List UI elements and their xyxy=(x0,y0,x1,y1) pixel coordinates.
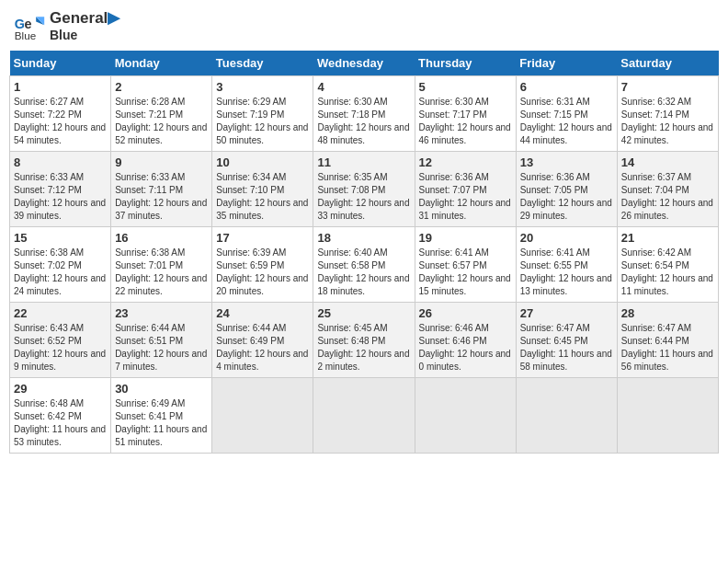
daylight: Daylight: 11 hours and 51 minutes. xyxy=(115,423,208,449)
calendar-day-header: Sunday xyxy=(10,51,111,76)
day-info: Sunrise: 6:43 AM Sunset: 6:52 PM Dayligh… xyxy=(14,322,107,373)
svg-text:e: e xyxy=(25,16,32,30)
day-info: Sunrise: 6:40 AM Sunset: 6:58 PM Dayligh… xyxy=(317,247,410,298)
calendar-cell: 16 Sunrise: 6:38 AM Sunset: 7:01 PM Dayl… xyxy=(111,227,212,303)
day-number: 24 xyxy=(216,306,309,320)
calendar-week-row: 22 Sunrise: 6:43 AM Sunset: 6:52 PM Dayl… xyxy=(10,303,719,378)
calendar-cell xyxy=(415,378,516,454)
day-number: 10 xyxy=(216,155,309,169)
sunset: Sunset: 6:54 PM xyxy=(621,259,714,272)
daylight: Daylight: 12 hours and 48 minutes. xyxy=(317,121,410,147)
sunset: Sunset: 7:02 PM xyxy=(14,259,107,272)
daylight: Daylight: 12 hours and 29 minutes. xyxy=(520,197,613,223)
day-info: Sunrise: 6:36 AM Sunset: 7:05 PM Dayligh… xyxy=(520,171,613,223)
day-number: 28 xyxy=(621,306,714,320)
sunset: Sunset: 7:01 PM xyxy=(115,259,208,272)
day-info: Sunrise: 6:34 AM Sunset: 7:10 PM Dayligh… xyxy=(216,171,309,223)
logo-text: General▶ Blue xyxy=(50,9,119,43)
calendar-cell: 6 Sunrise: 6:31 AM Sunset: 7:15 PM Dayli… xyxy=(516,76,617,152)
daylight: Daylight: 12 hours and 18 minutes. xyxy=(317,272,410,298)
sunrise: Sunrise: 6:47 AM xyxy=(621,322,714,335)
daylight: Daylight: 12 hours and 37 minutes. xyxy=(115,197,208,223)
day-info: Sunrise: 6:29 AM Sunset: 7:19 PM Dayligh… xyxy=(216,96,309,147)
sunset: Sunset: 7:12 PM xyxy=(14,184,107,197)
sunrise: Sunrise: 6:27 AM xyxy=(14,96,107,109)
sunrise: Sunrise: 6:35 AM xyxy=(317,171,410,184)
day-info: Sunrise: 6:27 AM Sunset: 7:22 PM Dayligh… xyxy=(14,96,107,147)
day-number: 20 xyxy=(520,231,613,245)
daylight: Daylight: 12 hours and 0 minutes. xyxy=(419,348,512,373)
calendar-cell: 11 Sunrise: 6:35 AM Sunset: 7:08 PM Dayl… xyxy=(313,152,415,227)
calendar-cell: 19 Sunrise: 6:41 AM Sunset: 6:57 PM Dayl… xyxy=(415,227,516,303)
calendar-body: 1 Sunrise: 6:27 AM Sunset: 7:22 PM Dayli… xyxy=(10,76,719,454)
sunrise: Sunrise: 6:36 AM xyxy=(419,171,512,184)
day-info: Sunrise: 6:35 AM Sunset: 7:08 PM Dayligh… xyxy=(317,171,410,223)
day-info: Sunrise: 6:38 AM Sunset: 7:02 PM Dayligh… xyxy=(14,247,107,298)
calendar-day-header: Monday xyxy=(111,51,212,76)
day-number: 16 xyxy=(115,231,208,245)
day-number: 21 xyxy=(621,231,714,245)
sunset: Sunset: 7:19 PM xyxy=(216,109,309,121)
calendar-cell: 17 Sunrise: 6:39 AM Sunset: 6:59 PM Dayl… xyxy=(212,227,313,303)
calendar-cell xyxy=(212,378,313,454)
day-info: Sunrise: 6:33 AM Sunset: 7:12 PM Dayligh… xyxy=(14,171,107,223)
day-number: 27 xyxy=(520,306,613,320)
daylight: Daylight: 12 hours and 9 minutes. xyxy=(14,348,107,373)
sunrise: Sunrise: 6:32 AM xyxy=(621,96,714,109)
sunrise: Sunrise: 6:42 AM xyxy=(621,247,714,259)
day-number: 9 xyxy=(115,155,208,169)
daylight: Daylight: 12 hours and 13 minutes. xyxy=(520,272,613,298)
calendar-cell: 13 Sunrise: 6:36 AM Sunset: 7:05 PM Dayl… xyxy=(516,152,617,227)
day-number: 29 xyxy=(14,382,107,396)
daylight: Daylight: 12 hours and 46 minutes. xyxy=(419,121,512,147)
sunrise: Sunrise: 6:34 AM xyxy=(216,171,309,184)
day-number: 13 xyxy=(520,155,613,169)
sunset: Sunset: 7:08 PM xyxy=(317,184,410,197)
daylight: Daylight: 12 hours and 4 minutes. xyxy=(216,348,309,373)
calendar-day-header: Wednesday xyxy=(313,51,415,76)
page-header: G e Blue General▶ Blue xyxy=(9,9,719,43)
day-number: 11 xyxy=(317,155,410,169)
day-number: 30 xyxy=(115,382,208,396)
day-number: 2 xyxy=(115,80,208,94)
daylight: Daylight: 12 hours and 54 minutes. xyxy=(14,121,107,147)
calendar-cell: 12 Sunrise: 6:36 AM Sunset: 7:07 PM Dayl… xyxy=(415,152,516,227)
sunrise: Sunrise: 6:48 AM xyxy=(14,397,107,410)
logo-icon: G e Blue xyxy=(13,10,46,43)
calendar-cell xyxy=(516,378,617,454)
calendar-cell: 22 Sunrise: 6:43 AM Sunset: 6:52 PM Dayl… xyxy=(10,303,111,378)
day-info: Sunrise: 6:48 AM Sunset: 6:42 PM Dayligh… xyxy=(14,397,107,449)
calendar-day-header: Thursday xyxy=(415,51,516,76)
day-number: 19 xyxy=(419,231,512,245)
sunset: Sunset: 6:59 PM xyxy=(216,259,309,272)
sunrise: Sunrise: 6:31 AM xyxy=(520,96,613,109)
calendar-table: SundayMondayTuesdayWednesdayThursdayFrid… xyxy=(9,51,719,454)
sunrise: Sunrise: 6:44 AM xyxy=(115,322,208,335)
sunset: Sunset: 6:57 PM xyxy=(419,259,512,272)
day-number: 5 xyxy=(419,80,512,94)
day-info: Sunrise: 6:47 AM Sunset: 6:45 PM Dayligh… xyxy=(520,322,613,373)
daylight: Daylight: 12 hours and 31 minutes. xyxy=(419,197,512,223)
svg-text:Blue: Blue xyxy=(15,29,36,41)
day-info: Sunrise: 6:44 AM Sunset: 6:49 PM Dayligh… xyxy=(216,322,309,373)
day-number: 8 xyxy=(14,155,107,169)
sunrise: Sunrise: 6:43 AM xyxy=(14,322,107,335)
calendar-cell: 27 Sunrise: 6:47 AM Sunset: 6:45 PM Dayl… xyxy=(516,303,617,378)
sunrise: Sunrise: 6:36 AM xyxy=(520,171,613,184)
day-number: 4 xyxy=(317,80,410,94)
sunset: Sunset: 7:11 PM xyxy=(115,184,208,197)
daylight: Daylight: 12 hours and 52 minutes. xyxy=(115,121,208,147)
day-info: Sunrise: 6:41 AM Sunset: 6:55 PM Dayligh… xyxy=(520,247,613,298)
sunset: Sunset: 7:15 PM xyxy=(520,109,613,121)
sunrise: Sunrise: 6:39 AM xyxy=(216,247,309,259)
sunset: Sunset: 7:07 PM xyxy=(419,184,512,197)
sunrise: Sunrise: 6:29 AM xyxy=(216,96,309,109)
day-number: 18 xyxy=(317,231,410,245)
day-number: 22 xyxy=(14,306,107,320)
sunset: Sunset: 6:51 PM xyxy=(115,335,208,348)
day-info: Sunrise: 6:45 AM Sunset: 6:48 PM Dayligh… xyxy=(317,322,410,373)
calendar-week-row: 15 Sunrise: 6:38 AM Sunset: 7:02 PM Dayl… xyxy=(10,227,719,303)
daylight: Daylight: 12 hours and 2 minutes. xyxy=(317,348,410,373)
sunrise: Sunrise: 6:44 AM xyxy=(216,322,309,335)
day-info: Sunrise: 6:36 AM Sunset: 7:07 PM Dayligh… xyxy=(419,171,512,223)
